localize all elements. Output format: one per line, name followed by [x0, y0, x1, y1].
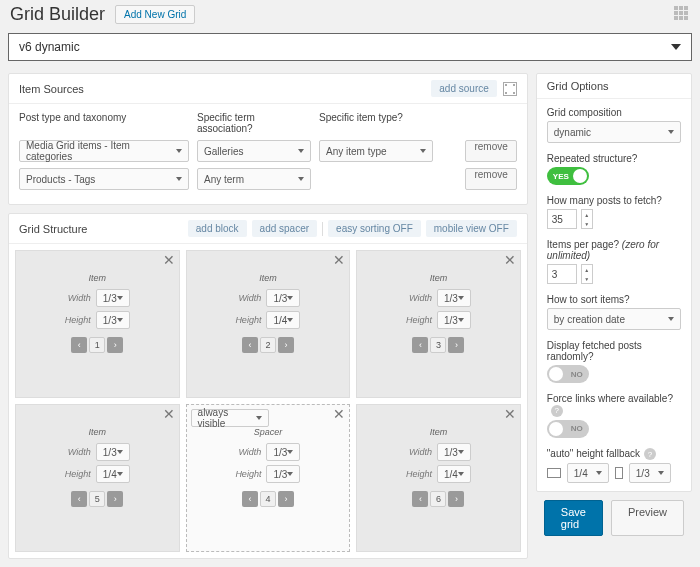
chevron-down-icon: [117, 472, 123, 476]
preview-button[interactable]: Preview: [611, 500, 684, 536]
close-icon[interactable]: ✕: [504, 253, 516, 267]
next-icon[interactable]: ›: [107, 337, 123, 353]
prev-icon[interactable]: ‹: [242, 337, 258, 353]
source-row: Products - Tags Any term remove: [19, 168, 517, 190]
term-select[interactable]: Galleries: [197, 140, 311, 162]
post-type-select[interactable]: Media Grid items - Item categories: [19, 140, 189, 162]
fallback-mobile-select[interactable]: 1/3: [629, 463, 671, 483]
add-new-grid-button[interactable]: Add New Grid: [115, 5, 195, 24]
prev-icon[interactable]: ‹: [242, 491, 258, 507]
chevron-down-icon: [298, 149, 304, 153]
grid-item-cell[interactable]: ✕ItemWidth1/3Height1/4‹5›: [15, 404, 180, 552]
add-spacer-button[interactable]: add spacer: [252, 220, 317, 237]
height-label: Height: [65, 469, 91, 479]
grid-spacer-cell[interactable]: always visible✕SpacerWidth1/3Height1/3‹4…: [186, 404, 351, 552]
fallback-desktop-select[interactable]: 1/4: [567, 463, 609, 483]
close-icon[interactable]: ✕: [504, 407, 516, 421]
page-title: Grid Builder: [10, 4, 105, 25]
chevron-down-icon: [287, 318, 293, 322]
cell-title: Item: [430, 273, 448, 283]
save-grid-button[interactable]: Save grid: [544, 500, 603, 536]
page-number: 1: [89, 337, 105, 353]
chevron-down-icon: [287, 450, 293, 454]
chevron-down-icon: [298, 177, 304, 181]
chevron-down-icon: [117, 450, 123, 454]
height-label: Height: [406, 469, 432, 479]
app-grid-icon[interactable]: [674, 6, 690, 22]
cell-title: Item: [430, 427, 448, 437]
height-select[interactable]: 1/3: [96, 311, 130, 329]
height-select[interactable]: 1/4: [437, 465, 471, 483]
cell-title: Item: [89, 273, 107, 283]
page-number: 3: [430, 337, 446, 353]
repeated-toggle[interactable]: YES: [547, 167, 589, 185]
width-label: Width: [68, 293, 91, 303]
chevron-down-icon: [668, 130, 674, 134]
posts-fetch-input[interactable]: 35: [547, 209, 577, 229]
mobile-icon: [615, 467, 623, 479]
panel-grid-options: Grid Options Grid composition dynamic Re…: [536, 73, 692, 492]
close-icon[interactable]: ✕: [333, 407, 345, 421]
next-icon[interactable]: ›: [448, 337, 464, 353]
divider: [322, 222, 323, 236]
width-select[interactable]: 1/3: [266, 289, 300, 307]
grid-select[interactable]: v6 dynamic: [8, 33, 692, 61]
chevron-down-icon: [458, 318, 464, 322]
close-icon[interactable]: ✕: [333, 253, 345, 267]
expand-icon[interactable]: [503, 82, 517, 96]
width-select[interactable]: 1/3: [96, 289, 130, 307]
height-select[interactable]: 1/4: [96, 465, 130, 483]
chevron-down-icon: [287, 472, 293, 476]
remove-source-button[interactable]: remove: [465, 140, 516, 162]
height-select[interactable]: 1/4: [266, 311, 300, 329]
always-visible-select[interactable]: always visible: [191, 409, 269, 427]
col-header: Post type and taxonomy: [19, 112, 189, 134]
prev-icon[interactable]: ‹: [71, 337, 87, 353]
prev-icon[interactable]: ‹: [412, 337, 428, 353]
help-icon[interactable]: ?: [644, 448, 656, 460]
width-select[interactable]: 1/3: [437, 443, 471, 461]
next-icon[interactable]: ›: [448, 491, 464, 507]
post-type-select[interactable]: Products - Tags: [19, 168, 189, 190]
width-select[interactable]: 1/3: [266, 443, 300, 461]
width-select[interactable]: 1/3: [96, 443, 130, 461]
grid-item-cell[interactable]: ✕ItemWidth1/3Height1/3‹3›: [356, 250, 521, 398]
remove-source-button[interactable]: remove: [465, 168, 516, 190]
height-select[interactable]: 1/3: [266, 465, 300, 483]
grid-item-cell[interactable]: ✕ItemWidth1/3Height1/4‹2›: [186, 250, 351, 398]
label: "auto" height fallback?: [547, 448, 681, 461]
next-icon[interactable]: ›: [278, 491, 294, 507]
sort-select[interactable]: by creation date: [547, 308, 681, 330]
source-row: Media Grid items - Item categories Galle…: [19, 140, 517, 162]
label: Items per page? (zero for unlimited): [547, 239, 681, 261]
composition-select[interactable]: dynamic: [547, 121, 681, 143]
per-page-input[interactable]: 3: [547, 264, 577, 284]
help-icon[interactable]: ?: [551, 405, 563, 417]
easy-sorting-toggle[interactable]: easy sorting OFF: [328, 220, 421, 237]
add-block-button[interactable]: add block: [188, 220, 247, 237]
height-select[interactable]: 1/3: [437, 311, 471, 329]
close-icon[interactable]: ✕: [163, 253, 175, 267]
next-icon[interactable]: ›: [278, 337, 294, 353]
chevron-down-icon: [668, 317, 674, 321]
label: Grid composition: [547, 107, 681, 118]
desktop-icon: [547, 468, 561, 478]
item-type-select[interactable]: Any item type: [319, 140, 433, 162]
term-select[interactable]: Any term: [197, 168, 311, 190]
stepper[interactable]: ▲▼: [581, 209, 593, 229]
mobile-view-toggle[interactable]: mobile view OFF: [426, 220, 517, 237]
random-toggle[interactable]: NO: [547, 365, 589, 383]
width-select[interactable]: 1/3: [437, 289, 471, 307]
next-icon[interactable]: ›: [107, 491, 123, 507]
prev-icon[interactable]: ‹: [412, 491, 428, 507]
stepper[interactable]: ▲▼: [581, 264, 593, 284]
grid-item-cell[interactable]: ✕ItemWidth1/3Height1/3‹1›: [15, 250, 180, 398]
prev-icon[interactable]: ‹: [71, 491, 87, 507]
col-header: Specific term association?: [197, 112, 311, 134]
force-links-toggle[interactable]: NO: [547, 420, 589, 438]
grid-item-cell[interactable]: ✕ItemWidth1/3Height1/4‹6›: [356, 404, 521, 552]
chevron-down-icon: [287, 296, 293, 300]
label: Force links where available??: [547, 393, 681, 417]
close-icon[interactable]: ✕: [163, 407, 175, 421]
add-source-button[interactable]: add source: [431, 80, 496, 97]
